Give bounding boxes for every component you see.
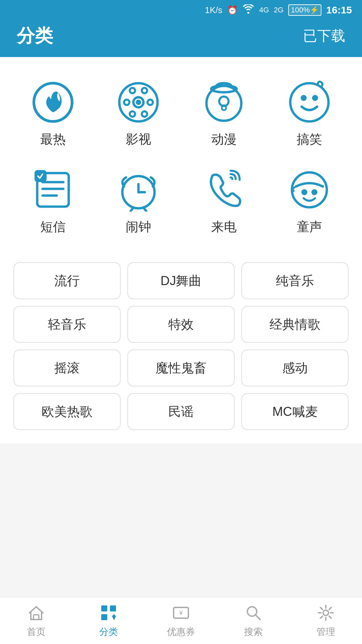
- music-btn-magic[interactable]: 魔性鬼畜: [127, 350, 235, 386]
- music-btn-western[interactable]: 欧美热歌: [13, 393, 121, 430]
- anime-icon: [202, 80, 246, 124]
- child-label: 童声: [297, 218, 322, 235]
- status-bar: 1K/s ⏰ 4G 2G 100%⚡ 16:15: [0, 0, 362, 20]
- svg-line-38: [255, 615, 260, 620]
- funny-label: 搞笑: [297, 131, 322, 148]
- bottom-navigation: 首页 分类 ¥ 优惠券 搜索 管理: [0, 597, 362, 644]
- nav-coupon-label: 优惠券: [167, 626, 195, 638]
- page-title: 分类: [17, 24, 53, 48]
- nav-manage-label: 管理: [316, 626, 335, 638]
- svg-rect-33: [101, 614, 107, 620]
- video-label: 影视: [126, 131, 151, 148]
- music-btn-dj[interactable]: DJ舞曲: [127, 262, 235, 299]
- music-btn-touching[interactable]: 感动: [241, 350, 349, 386]
- category-icon-grid: 最热 影视: [10, 70, 352, 246]
- nav-category-label: 分类: [99, 626, 118, 638]
- svg-point-30: [313, 191, 316, 194]
- nav-search[interactable]: 搜索: [217, 603, 290, 638]
- svg-point-4: [124, 100, 129, 105]
- music-btn-mc[interactable]: MC喊麦: [241, 393, 349, 430]
- downloaded-button[interactable]: 已下载: [303, 26, 345, 45]
- svg-point-9: [142, 111, 147, 117]
- category-sms[interactable]: 短信: [10, 158, 96, 246]
- nav-search-label: 搜索: [244, 626, 263, 638]
- signal-4g: 4G: [259, 6, 269, 14]
- svg-rect-13: [222, 105, 226, 110]
- svg-point-15: [302, 96, 305, 100]
- nav-home[interactable]: 首页: [0, 603, 72, 638]
- svg-point-7: [142, 88, 147, 93]
- status-icons: 1K/s ⏰ 4G 2G 100%⚡ 16:15: [205, 4, 352, 16]
- funny-icon: [288, 80, 331, 124]
- nav-coupon[interactable]: ¥ 优惠券: [145, 603, 217, 638]
- signal-2g: 2G: [274, 6, 284, 14]
- call-label: 来电: [211, 218, 237, 235]
- music-btn-instrumental[interactable]: 纯音乐: [241, 262, 349, 299]
- anime-label: 动漫: [211, 131, 237, 148]
- svg-point-28: [292, 172, 327, 207]
- alarm-label: 闹钟: [126, 218, 151, 235]
- category-alarm[interactable]: 闹钟: [96, 158, 181, 246]
- category-call[interactable]: 来电: [181, 158, 266, 246]
- music-btn-light[interactable]: 轻音乐: [13, 306, 121, 343]
- svg-point-8: [130, 111, 135, 117]
- child-icon: [288, 168, 331, 212]
- network-speed: 1K/s: [205, 5, 222, 15]
- music-btn-rock[interactable]: 摇滚: [13, 350, 121, 386]
- video-icon: [117, 80, 160, 124]
- main-content: 最热 影视: [0, 57, 362, 443]
- svg-point-14: [290, 83, 328, 121]
- category-anime[interactable]: 动漫: [181, 70, 266, 158]
- svg-point-3: [137, 101, 140, 104]
- music-btn-effects[interactable]: 特效: [127, 306, 235, 343]
- call-icon: [202, 168, 246, 212]
- svg-point-29: [303, 191, 306, 194]
- category-funny[interactable]: 搞笑: [266, 70, 352, 158]
- sms-label: 短信: [40, 218, 66, 235]
- svg-point-16: [313, 96, 317, 100]
- category-child[interactable]: 童声: [266, 158, 352, 246]
- svg-text:¥: ¥: [179, 609, 183, 616]
- hot-label: 最热: [40, 131, 66, 148]
- svg-point-6: [130, 88, 135, 93]
- alarm-status-icon: ⏰: [227, 5, 238, 15]
- battery-icon: 100%⚡: [288, 4, 321, 16]
- alarm-icon: [117, 168, 160, 212]
- music-btn-folk[interactable]: 民谣: [127, 393, 235, 430]
- music-category-grid: 流行 DJ舞曲 纯音乐 轻音乐 特效 经典情歌 摇滚 魔性鬼畜 感动 欧美热歌 …: [10, 262, 352, 430]
- music-btn-classic-love[interactable]: 经典情歌: [241, 306, 349, 343]
- nav-home-label: 首页: [27, 626, 46, 638]
- app-header: 分类 已下载: [0, 20, 362, 57]
- svg-line-26: [131, 208, 133, 211]
- svg-rect-32: [101, 605, 107, 611]
- nav-category[interactable]: 分类: [72, 603, 145, 638]
- music-btn-popular[interactable]: 流行: [13, 262, 121, 299]
- svg-rect-34: [110, 605, 116, 611]
- wifi-icon: [242, 4, 254, 16]
- svg-line-27: [143, 208, 146, 211]
- nav-manage[interactable]: 管理: [290, 603, 362, 638]
- svg-point-5: [147, 100, 153, 105]
- svg-point-39: [323, 610, 328, 615]
- category-video[interactable]: 影视: [96, 70, 181, 158]
- hot-icon: [31, 80, 75, 124]
- svg-rect-31: [34, 615, 39, 620]
- sms-icon: [31, 168, 75, 212]
- category-hot[interactable]: 最热: [10, 70, 96, 158]
- time-display: 16:15: [326, 4, 352, 16]
